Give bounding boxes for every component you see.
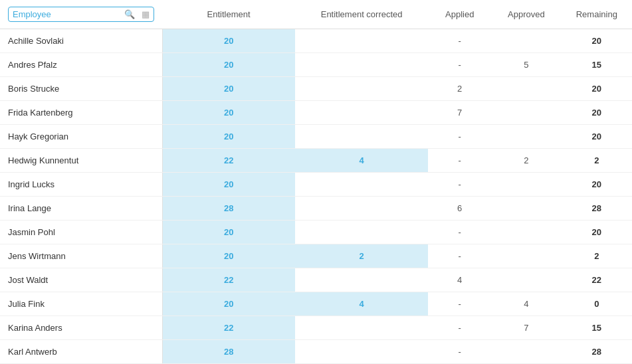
entitlement-cell: 20 (162, 29, 295, 53)
approved-cell (491, 29, 561, 53)
employee-name-cell: Jasmin Pohl (0, 221, 162, 244)
employee-name-cell: Karina Anders (0, 316, 162, 340)
search-icon: 🔍 (124, 9, 135, 19)
entitlement-corrected-cell (295, 125, 428, 149)
table-row: Jost Waldt22422 (0, 268, 632, 292)
entitlement-cell: 20 (162, 53, 295, 77)
entitlement-corrected-cell (295, 77, 428, 101)
applied-cell: - (428, 221, 491, 244)
approved-cell (491, 221, 561, 244)
entitlement-cell: 28 (162, 197, 295, 221)
table-row: Hedwig Kunnentut224-22 (0, 149, 632, 173)
remaining-cell: 28 (562, 340, 632, 364)
employee-search-container[interactable]: 🔍 ▦ (8, 7, 154, 22)
filter-icon[interactable]: ▦ (142, 9, 150, 19)
entitlement-cell: 28 (162, 340, 295, 364)
remaining-cell: 20 (562, 173, 632, 197)
table-row: Karina Anders22-715 (0, 316, 632, 340)
table-row: Jasmin Pohl20-20 (0, 221, 632, 244)
employee-name-cell: Frida Kartenberg (0, 101, 162, 125)
remaining-cell: 0 (562, 292, 632, 316)
entitlement-cell: 20 (162, 101, 295, 125)
applied-cell: - (428, 292, 491, 316)
employee-name-cell: Julia Fink (0, 292, 162, 316)
employee-name-cell: Hayk Gregorian (0, 125, 162, 149)
applied-cell: - (428, 316, 491, 340)
remaining-column-header: Remaining (562, 0, 632, 29)
remaining-cell: 20 (562, 221, 632, 244)
leave-entitlement-table: 🔍 ▦ Entitlement Entitlement corrected Ap… (0, 0, 632, 364)
employee-name-cell: Jost Waldt (0, 268, 162, 292)
entitlement-cell: 20 (162, 173, 295, 197)
entitlement-cell: 22 (162, 149, 295, 173)
employee-name-cell: Achille Sovlaki (0, 29, 162, 53)
applied-cell: - (428, 244, 491, 268)
approved-cell (491, 268, 561, 292)
remaining-cell: 2 (562, 244, 632, 268)
approved-cell: 4 (491, 292, 561, 316)
approved-cell: 2 (491, 149, 561, 173)
remaining-cell: 20 (562, 125, 632, 149)
applied-cell: 7 (428, 101, 491, 125)
applied-cell: 4 (428, 268, 491, 292)
entitlement-corrected-cell: 4 (295, 292, 428, 316)
table-row: Andres Pfalz20-515 (0, 53, 632, 77)
approved-cell: 7 (491, 316, 561, 340)
applied-column-header: Applied (428, 0, 491, 29)
remaining-cell: 22 (562, 268, 632, 292)
entitlement-corrected-cell (295, 197, 428, 221)
remaining-cell: 20 (562, 77, 632, 101)
applied-cell: - (428, 29, 491, 53)
main-table-wrapper: 🔍 ▦ Entitlement Entitlement corrected Ap… (0, 0, 632, 364)
remaining-cell: 28 (562, 197, 632, 221)
table-row: Irina Lange28628 (0, 197, 632, 221)
remaining-cell: 20 (562, 101, 632, 125)
entitlement-corrected-cell (295, 101, 428, 125)
approved-cell (491, 125, 561, 149)
applied-cell: - (428, 125, 491, 149)
remaining-cell: 2 (562, 149, 632, 173)
employee-search-input[interactable] (13, 9, 124, 19)
entitlement-corrected-cell (295, 53, 428, 77)
table-row: Boris Strucke20220 (0, 77, 632, 101)
approved-cell (491, 340, 561, 364)
applied-cell: - (428, 53, 491, 77)
approved-column-header: Approved (491, 0, 561, 29)
entitlement-cell: 20 (162, 125, 295, 149)
entitlement-cell: 20 (162, 292, 295, 316)
applied-cell: - (428, 173, 491, 197)
entitlement-cell: 20 (162, 77, 295, 101)
employee-name-cell: Boris Strucke (0, 77, 162, 101)
employee-name-cell: Andres Pfalz (0, 53, 162, 77)
entitlement-corrected-cell (295, 29, 428, 53)
employee-name-cell: Jens Wirtmann (0, 244, 162, 268)
approved-cell (491, 77, 561, 101)
entitlement-corrected-cell (295, 340, 428, 364)
entitlement-cell: 20 (162, 221, 295, 244)
remaining-cell: 15 (562, 316, 632, 340)
applied-cell: - (428, 149, 491, 173)
entitlement-corrected-cell (295, 221, 428, 244)
entitlement-cell: 22 (162, 316, 295, 340)
table-row: Frida Kartenberg20720 (0, 101, 632, 125)
entitlement-corrected-cell: 2 (295, 244, 428, 268)
entitlement-corrected-cell (295, 316, 428, 340)
applied-cell: - (428, 340, 491, 364)
entitlement-column-header: Entitlement (162, 0, 295, 29)
remaining-cell: 15 (562, 53, 632, 77)
employee-name-cell: Hedwig Kunnentut (0, 149, 162, 173)
employee-name-cell: Karl Antwerb (0, 340, 162, 364)
approved-cell (491, 173, 561, 197)
employee-name-cell: Irina Lange (0, 197, 162, 221)
applied-cell: 2 (428, 77, 491, 101)
approved-cell (491, 244, 561, 268)
entitlement-corrected-cell: 4 (295, 149, 428, 173)
table-row: Karl Antwerb28-28 (0, 340, 632, 364)
applied-cell: 6 (428, 197, 491, 221)
entitlement-corrected-cell (295, 268, 428, 292)
table-row: Hayk Gregorian20-20 (0, 125, 632, 149)
table-row: Ingrid Lucks20-20 (0, 173, 632, 197)
remaining-cell: 20 (562, 29, 632, 53)
approved-cell (491, 101, 561, 125)
employee-name-cell: Ingrid Lucks (0, 173, 162, 197)
